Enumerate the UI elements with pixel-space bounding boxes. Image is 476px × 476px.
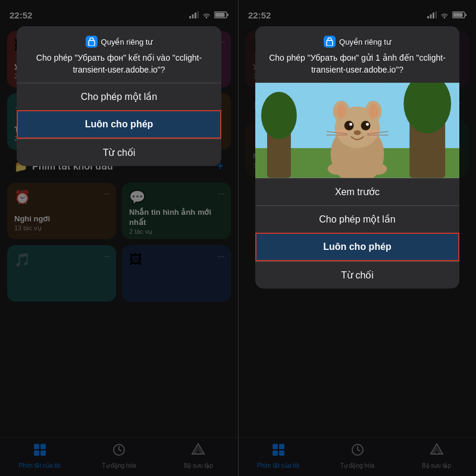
- privacy-icon-right: [324, 36, 336, 48]
- preview-button-right[interactable]: Xem trước: [255, 178, 459, 205]
- privacy-label-text-right: Quyền riêng tư: [339, 37, 391, 46]
- always-allow-button-right[interactable]: Luôn cho phép: [255, 233, 459, 261]
- privacy-icon-left: [86, 36, 98, 48]
- dialog-header-right: Quyền riêng tư Cho phép "Убрать фон" gửi…: [255, 26, 459, 83]
- dialog-title-right: Cho phép "Убрать фон" gửi 1 ảnh đến "ccl…: [265, 52, 450, 76]
- svg-point-48: [354, 130, 361, 135]
- deny-button-right[interactable]: Từ chối: [255, 261, 459, 289]
- svg-point-45: [361, 121, 370, 130]
- svg-rect-31: [327, 40, 333, 46]
- phone-panel-right: 22:52 🖼 Убрать фон: [238, 0, 476, 476]
- allow-once-button-right[interactable]: Cho phép một lần: [255, 205, 459, 233]
- svg-rect-15: [89, 40, 95, 46]
- svg-point-43: [368, 104, 378, 118]
- always-allow-button-left[interactable]: Luôn cho phép: [17, 110, 221, 139]
- svg-point-47: [366, 123, 369, 126]
- quokka-image: [255, 83, 459, 178]
- dialog-privacy-right: Quyền riêng tư: [265, 36, 450, 48]
- svg-point-37: [261, 92, 297, 139]
- dialog-box-right: Quyền riêng tư Cho phép "Убрать фон" gửi…: [255, 26, 459, 289]
- deny-button-left[interactable]: Từ chối: [17, 139, 221, 166]
- svg-point-56: [365, 163, 387, 175]
- animal-photo: [255, 83, 459, 178]
- dialog-header-left: Quyền riêng tư Cho phép "Убрать фон" kết…: [17, 26, 221, 83]
- svg-point-44: [345, 121, 354, 130]
- svg-point-55: [328, 163, 349, 175]
- dialog-box-left: Quyền riêng tư Cho phép "Убрать фон" kết…: [17, 26, 221, 166]
- allow-once-button-left[interactable]: Cho phép một lần: [17, 83, 221, 110]
- privacy-label-text-left: Quyền riêng tư: [101, 37, 153, 46]
- svg-point-41: [337, 104, 346, 118]
- dialog-overlay-right: Quyền riêng tư Cho phép "Убрать фон" gửi…: [239, 0, 476, 476]
- phone-panel-left: 22:52 🖼 Убрать фон: [0, 0, 238, 476]
- svg-point-46: [349, 123, 352, 126]
- dialog-overlay-left: Quyền riêng tư Cho phép "Убрать фон" kết…: [0, 0, 238, 476]
- dialog-title-left: Cho phép "Убрать фон" kết nối vào "cclig…: [26, 52, 212, 76]
- dialog-privacy-left: Quyền riêng tư: [26, 36, 212, 48]
